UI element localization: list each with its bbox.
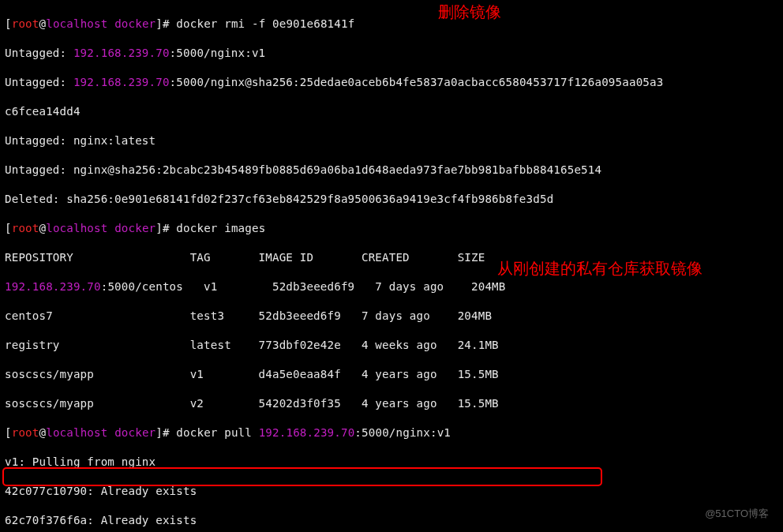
prompt-line-3[interactable]: [root@localhost docker]# docker pull 192… (5, 425, 778, 440)
output-line: Deleted: sha256:0e901e68141fd02f237cf63e… (5, 192, 778, 207)
table-row: soscscs/myapp v2 54202d3f0f35 4 years ag… (5, 396, 778, 411)
output-line: 42c077c10790: Already exists (5, 484, 778, 499)
output-line: Untagged: 192.168.239.70:5000/nginx:v1 (5, 46, 778, 61)
prompt-line-1[interactable]: [root@localhost docker]# docker rmi -f 0… (5, 17, 778, 32)
table-row: soscscs/myapp v1 d4a5e0eaa84f 4 years ag… (5, 367, 778, 382)
watermark: @51CTO博客 (705, 507, 769, 521)
output-line: Untagged: nginx:latest (5, 133, 778, 148)
table-header: REPOSITORY TAG IMAGE ID CREATED SIZE (5, 250, 778, 265)
output-line: Untagged: nginx@sha256:2bcabc23b45489fb0… (5, 163, 778, 178)
prompt-line-2[interactable]: [root@localhost docker]# docker images (5, 221, 778, 236)
output-line: v1: Pulling from nginx (5, 455, 778, 470)
table-row: centos7 test3 52db3eeed6f9 7 days ago 20… (5, 309, 778, 324)
terminal-output: [root@localhost docker]# docker rmi -f 0… (0, 0, 783, 532)
output-line: Untagged: 192.168.239.70:5000/nginx@sha2… (5, 75, 778, 90)
table-row: registry latest 773dbf02e42e 4 weeks ago… (5, 338, 778, 353)
output-line: c6fcea14dd4 (5, 104, 778, 119)
table-row: 192.168.239.70:5000/centos v1 52db3eeed6… (5, 279, 778, 294)
output-line: 62c70f376f6a: Already exists (5, 513, 778, 528)
